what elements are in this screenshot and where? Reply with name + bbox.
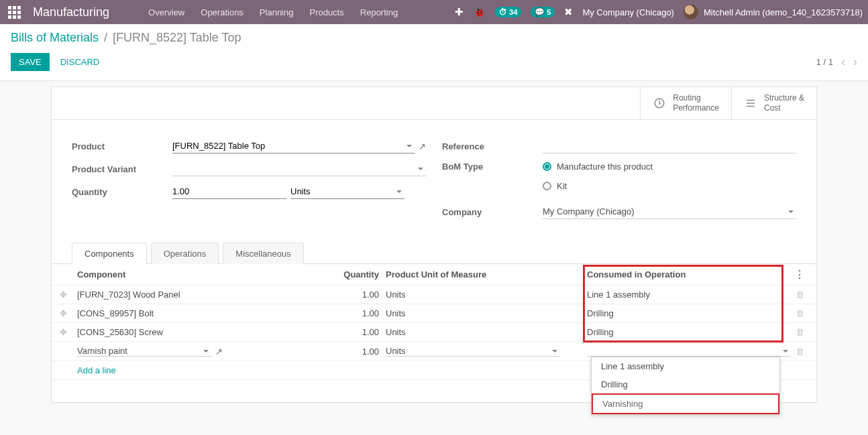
add-a-line[interactable]: Add a line	[77, 365, 343, 375]
drag-handle-icon[interactable]: ✥	[60, 308, 77, 318]
product-field[interactable]	[172, 139, 415, 153]
table-row: ✥ [FURN_7023] Wood Panel 1.00 Units Line…	[52, 286, 816, 304]
pager-next-icon[interactable]: ›	[853, 55, 857, 69]
dropdown-option[interactable]: Line 1 assembly	[592, 357, 779, 375]
tab-components[interactable]: Components	[72, 243, 147, 264]
col-quantity: Quantity	[343, 269, 386, 279]
uom-field[interactable]	[290, 184, 404, 199]
stat-routing-performance[interactable]: RoutingPerformance	[640, 87, 731, 119]
radio-icon	[543, 182, 551, 190]
label-reference: Reference	[442, 141, 543, 151]
stat-button-bar: RoutingPerformance Structure &Cost	[52, 87, 816, 120]
breadcrumb-current: [FURN_8522] Table Top	[113, 31, 241, 45]
delete-icon[interactable]: 🗑	[796, 308, 804, 318]
app-name: Manufacturing	[33, 5, 109, 19]
stat-structure-cost[interactable]: Structure &Cost	[731, 87, 816, 119]
external-link-icon[interactable]: ↗	[419, 141, 426, 151]
breadcrumb-parent[interactable]: Bills of Materials	[11, 31, 99, 45]
company-switcher[interactable]: My Company (Chicago)	[582, 7, 674, 17]
activity-badge[interactable]: ⏱34	[495, 7, 521, 17]
save-button[interactable]: SAVE	[11, 53, 50, 71]
chat-icon: 💬	[535, 7, 545, 17]
plus-icon[interactable]: ✚	[455, 6, 464, 18]
nav-operations[interactable]: Operations	[194, 3, 250, 21]
radio-icon	[543, 162, 551, 171]
nav-planning[interactable]: Planning	[253, 3, 301, 21]
delete-icon[interactable]: 🗑	[796, 327, 804, 337]
table-row: ✥ [CONS_25630] Screw 1.00 Units Drilling…	[52, 323, 816, 342]
nav-products[interactable]: Products	[303, 3, 350, 21]
radio-manufacture[interactable]: Manufacture this product	[543, 162, 653, 172]
tools-icon[interactable]: ✖	[564, 6, 573, 18]
uom-field[interactable]: Units	[386, 346, 560, 357]
drag-handle-icon[interactable]: ✥	[60, 290, 77, 300]
topbar-right: ✚ 🐞 ⏱34 💬5 ✖ My Company (Chicago) Mitche…	[455, 5, 863, 19]
label-variant: Product Variant	[72, 164, 172, 174]
messages-badge[interactable]: 💬5	[531, 7, 555, 17]
action-bar: SAVE DISCARD 1 / 1 ‹ ›	[11, 53, 857, 71]
product-variant-field[interactable]	[172, 162, 426, 176]
tab-miscellaneous[interactable]: Miscellaneous	[223, 243, 303, 264]
drag-handle-icon[interactable]: ✥	[60, 327, 77, 337]
clock-icon	[653, 97, 666, 110]
pager: 1 / 1 ‹ ›	[816, 55, 857, 69]
tab-bar: Components Operations Miscellaneous	[52, 242, 816, 263]
kebab-icon[interactable]: ⋮	[794, 269, 805, 280]
label-bom-type: BoM Type	[442, 162, 543, 172]
pager-text: 1 / 1	[816, 57, 833, 67]
consumed-operation-dropdown: Line 1 assembly Drilling Varnishing	[591, 357, 780, 415]
clock-icon: ⏱	[499, 7, 507, 17]
col-component: Component	[77, 269, 343, 279]
delete-icon[interactable]: 🗑	[796, 290, 804, 300]
radio-kit[interactable]: Kit	[543, 181, 567, 191]
label-company: Company	[442, 207, 543, 217]
list-icon	[744, 97, 757, 110]
top-nav: Overview Operations Planning Products Re…	[142, 3, 404, 21]
user-menu[interactable]: Mitchell Admin (demo_140_1623573718)	[684, 5, 863, 19]
form-sheet: RoutingPerformance Structure &Cost Produ…	[51, 86, 817, 403]
label-product: Product	[72, 141, 172, 151]
dropdown-option-varnishing[interactable]: Varnishing	[592, 393, 779, 414]
reference-field[interactable]	[543, 139, 796, 153]
nav-overview[interactable]: Overview	[142, 3, 191, 21]
consumed-in-operation-field[interactable]	[587, 346, 791, 357]
pager-prev-icon[interactable]: ‹	[841, 55, 845, 69]
external-link-icon[interactable]: ↗	[215, 347, 223, 357]
discard-button[interactable]: DISCARD	[60, 57, 100, 67]
subheader: Bills of Materials / [FURN_8522] Table T…	[0, 24, 868, 81]
nav-reporting[interactable]: Reporting	[354, 3, 404, 21]
component-field[interactable]: Varnish paint	[77, 346, 211, 357]
tab-operations[interactable]: Operations	[151, 243, 219, 264]
col-uom: Product Unit of Measure	[386, 269, 587, 279]
company-field[interactable]: My Company (Chicago)	[543, 204, 796, 219]
label-quantity: Quantity	[72, 187, 172, 197]
apps-icon[interactable]	[8, 6, 21, 19]
top-bar: Manufacturing Overview Operations Planni…	[0, 0, 868, 24]
table-row: ✥ [CONS_89957] Bolt 1.00 Units Drilling …	[52, 304, 816, 323]
dropdown-option[interactable]: Drilling	[592, 375, 779, 393]
bug-icon[interactable]: 🐞	[473, 6, 486, 18]
delete-icon[interactable]: 🗑	[796, 347, 804, 357]
col-consumed: Consumed in Operation	[587, 269, 791, 279]
breadcrumb: Bills of Materials / [FURN_8522] Table T…	[11, 31, 857, 45]
avatar	[684, 5, 698, 19]
quantity-field[interactable]	[172, 184, 286, 199]
